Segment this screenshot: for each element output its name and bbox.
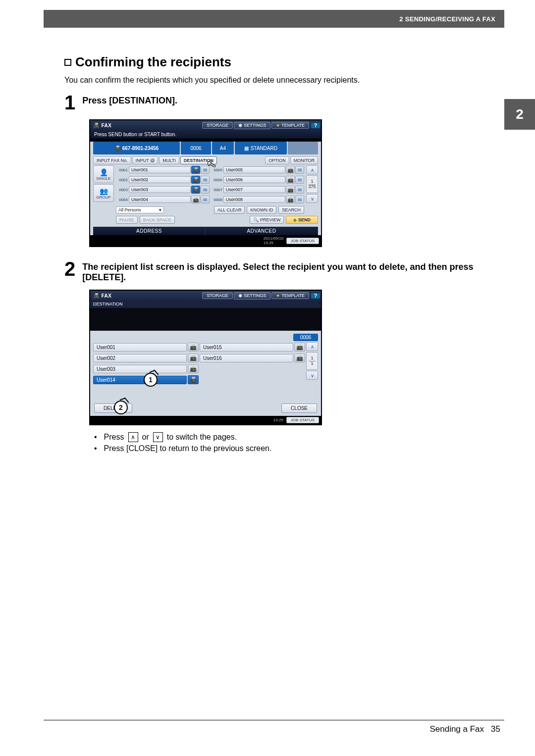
destination-subtitle: DESTINATION [90, 301, 316, 308]
entry-user007[interactable]: User007 [223, 186, 285, 193]
mail-dest-icon[interactable]: ✉ [295, 166, 304, 174]
tab-multi[interactable]: MULTI [159, 156, 179, 164]
bottom-tabs: ADDRESS ADVANCED [90, 227, 321, 235]
entry-user005[interactable]: User005 [223, 166, 285, 173]
mail-dest-icon[interactable]: ✉ [201, 186, 210, 194]
entry-user006[interactable]: User006 [223, 176, 285, 183]
mail-dest-icon[interactable]: ✉ [295, 196, 304, 203]
fax-dest-icon[interactable]: 📠 [191, 186, 200, 194]
preview-button[interactable]: 🔍PREVIEW [250, 216, 284, 224]
dest-user016[interactable]: User016 [200, 354, 293, 362]
template-button[interactable]: ★TEMPLATE [271, 292, 309, 299]
up-arrow-icon: ∧ [128, 432, 138, 442]
known-id-button[interactable]: KNOWN ID [247, 206, 276, 214]
dest-user002[interactable]: User002 [93, 354, 187, 362]
dest-user001[interactable]: User001 [93, 343, 187, 352]
dest-user015[interactable]: User015 [200, 343, 293, 352]
send-button[interactable]: ◈ SEND [286, 216, 318, 224]
page-indicator: 1375 [306, 175, 318, 193]
star-icon: ★ [276, 123, 280, 128]
magnifier-icon: 🔍 [253, 217, 259, 222]
chapter-side-tab: 2 [504, 99, 535, 130]
fax-dest-icon[interactable]: 📠 [286, 176, 295, 184]
filter-select[interactable]: All Persons▾ [116, 206, 164, 213]
fax-dest-icon[interactable]: 📠 [191, 166, 200, 174]
entry-user003[interactable]: User003 [129, 186, 191, 193]
screen-footer: 2011/05/1013:25 JOB STATUS [90, 235, 321, 246]
fax-dest-icon[interactable]: 📠 [188, 375, 199, 384]
datetime: 2011/05/1013:25 [264, 236, 283, 245]
help-button-2[interactable]: ? [317, 302, 320, 307]
all-clear-button[interactable]: ALL CLEAR [214, 206, 245, 214]
tab-monitor[interactable]: MONITOR [290, 156, 318, 164]
help-button[interactable]: ? [311, 123, 320, 128]
fax-dest-icon[interactable]: 📠 [188, 353, 199, 362]
screenshot-destination-list: 📠FAX STORAGE SETTINGS ★TEMPLATE ? DESTIN… [89, 290, 322, 425]
search-button[interactable]: SEARCH [278, 206, 304, 214]
page-down-button[interactable]: ∨ [306, 194, 318, 203]
storage-button[interactable]: STORAGE [202, 122, 233, 129]
page-up-button[interactable]: ∧ [306, 165, 318, 174]
entry-user002[interactable]: User002 [129, 176, 191, 183]
group-button[interactable]: 👥GROUP [93, 184, 114, 202]
page-footer: Sending a Fax 35 [429, 724, 500, 734]
fax-dest-icon[interactable]: 📠 [294, 343, 305, 352]
notes-list: Press ∧ or ∨ to switch the pages. Press … [94, 432, 481, 453]
pause-button[interactable]: PAUSE [116, 216, 138, 224]
backspace-button[interactable]: BACK SPACE [140, 216, 175, 224]
note-paging: Press ∧ or ∨ to switch the pages. [94, 432, 481, 442]
chapter-bar: 2 SENDING/RECEIVING A FAX [44, 10, 504, 28]
step-2: 2 The recipient list screen is displayed… [64, 259, 481, 283]
blank-area [90, 308, 321, 331]
fax-dest-icon[interactable]: 📠 [188, 364, 199, 373]
entry-user004[interactable]: User004 [129, 196, 191, 203]
down-arrow-icon: ∨ [153, 432, 163, 442]
single-button[interactable]: 👤SINGLE [93, 165, 114, 183]
page-down-button[interactable]: ∨ [306, 371, 318, 380]
dest-count: 0006 [293, 334, 318, 341]
mail-dest-icon[interactable]: ✉ [201, 196, 210, 203]
resolution-mode[interactable]: ▦STANDARD [235, 142, 287, 154]
dest-list-right: User015📠 User016📠 [200, 342, 305, 385]
mail-dest-icon[interactable]: ✉ [295, 186, 304, 194]
star-icon: ★ [276, 293, 280, 298]
fax-dest-icon[interactable]: 📠 [191, 176, 200, 184]
fax-dest-icon[interactable]: 📠 [286, 186, 295, 194]
fax-dest-icon[interactable]: 📠 [286, 196, 295, 203]
entry-user008[interactable]: User008 [223, 196, 285, 203]
dest-user003[interactable]: User003 [93, 365, 187, 373]
fax-dest-icon[interactable]: 📠 [294, 353, 305, 362]
gear-icon [238, 293, 242, 299]
tab-advanced[interactable]: ADVANCED [206, 227, 318, 235]
fax-dest-icon[interactable]: 📠 [188, 343, 199, 352]
status-dim [288, 142, 318, 154]
step-2-number: 2 [64, 259, 75, 279]
tab-input-fax-no[interactable]: INPUT FAX No. [93, 156, 131, 164]
fax-dest-icon[interactable]: 📠 [191, 196, 200, 203]
tab-input-at[interactable]: INPUT @ [132, 156, 158, 164]
instruction-bar: Press SEND button or START button. [90, 130, 321, 139]
help-button[interactable]: ? [311, 293, 320, 299]
template-button[interactable]: ★TEMPLATE [271, 122, 309, 129]
storage-button[interactable]: STORAGE [202, 292, 233, 299]
settings-button[interactable]: SETTINGS [234, 122, 270, 129]
entry-user001[interactable]: User001 [129, 166, 191, 173]
job-status-button[interactable]: JOB STATUS [286, 417, 319, 423]
status-row: 📠667-8901-23456 0006 A4 ▦STANDARD [93, 142, 318, 154]
tab-address[interactable]: ADDRESS [93, 227, 206, 235]
diamond-icon: ◈ [293, 217, 298, 222]
page-up-button[interactable]: ∧ [306, 342, 318, 351]
fax-icon: 📠 [93, 293, 100, 299]
person-icon: 👤 [100, 168, 108, 176]
mail-dest-icon[interactable]: ✉ [201, 176, 210, 184]
mail-dest-icon[interactable]: ✉ [295, 176, 304, 184]
fax-dest-icon[interactable]: 📠 [286, 166, 295, 174]
job-status-button[interactable]: JOB STATUS [286, 238, 319, 244]
tab-option[interactable]: OPTION [265, 156, 289, 164]
footer-page-number: 35 [491, 724, 500, 734]
screenshot-fax-main: 📠FAX STORAGE SETTINGS ★TEMPLATE ? Press … [89, 119, 322, 247]
fax-icon: 📠 [93, 123, 100, 128]
dest-user014[interactable]: User014 [93, 376, 187, 384]
close-button[interactable]: CLOSE [281, 403, 317, 413]
settings-button[interactable]: SETTINGS [234, 292, 270, 300]
